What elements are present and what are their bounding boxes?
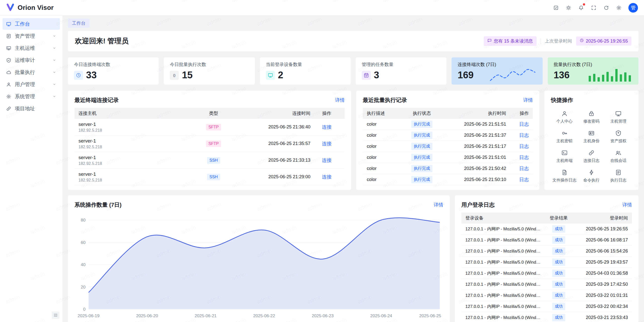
log-link[interactable]: 日志	[519, 155, 529, 160]
log-link[interactable]: 日志	[519, 177, 529, 182]
quick-ops-panel: 快捷操作 个人中心修改密码主机管理主机密钥主机身份资产授权主机终端连接日志在线会…	[544, 91, 638, 190]
log-link[interactable]: 日志	[519, 133, 529, 138]
exec-status-badge: 执行完成	[411, 154, 432, 161]
col-header: 连接主机	[78, 110, 192, 116]
clock-icon	[74, 71, 83, 80]
exec-log-icon	[615, 169, 622, 176]
svg-text:60: 60	[81, 240, 86, 245]
user-avatar[interactable]: 管	[628, 3, 638, 13]
sidebar-item-label: 系统管理	[15, 93, 35, 100]
exec-status-badge: 执行完成	[411, 143, 432, 150]
log-link[interactable]: 日志	[519, 122, 529, 127]
quick-op-1[interactable]: 修改密码	[578, 108, 605, 126]
svg-text:20: 20	[81, 285, 86, 290]
terminal-detail-link[interactable]: 详情	[335, 97, 345, 103]
sidebar-item-3[interactable]: 运维审计	[3, 54, 60, 66]
sidebar-item-5[interactable]: 用户管理	[3, 79, 60, 90]
log-link[interactable]: 日志	[519, 144, 529, 149]
notification-dot	[583, 3, 585, 6]
login-time: 2025-05-29 19:43:57	[575, 260, 628, 265]
quick-op-5[interactable]: 资产授权	[605, 127, 632, 146]
ops-chart-detail-link[interactable]: 详情	[434, 202, 443, 208]
table-row: server-1182.92.5.218SFTP2025-06-25 21:36…	[74, 119, 345, 135]
sidebar-item-label: 主机运维	[15, 45, 35, 52]
terminal-table-header: 连接主机类型连接时间操作	[74, 108, 345, 119]
table-row: server-1182.92.5.218SSH2025-06-25 21:33:…	[74, 152, 345, 169]
exec-status-badge: 执行完成	[411, 121, 432, 128]
quick-op-9[interactable]: 文件操作日志	[551, 167, 578, 185]
bell-icon[interactable]	[577, 3, 586, 12]
stat-value: 2	[278, 70, 283, 81]
key-icon	[561, 130, 568, 136]
terminal-records-panel: 最近终端连接记录 详情 连接主机类型连接时间操作server-1182.92.5…	[68, 91, 351, 190]
unread-messages-badge[interactable]: 您有 15 条未读消息	[484, 36, 537, 46]
gear-icon[interactable]	[614, 3, 623, 12]
sidebar-item-7[interactable]: 项目地址	[3, 103, 60, 114]
quick-ops-grid: 个人中心修改密码主机管理主机密钥主机身份资产授权主机终端连接日志在线会话文件操作…	[551, 108, 632, 185]
log-link[interactable]: 日志	[519, 166, 529, 171]
brand[interactable]: Orion Visor	[6, 3, 54, 13]
col-header: 类型	[195, 110, 232, 116]
login-device: 127.0.0.1 - 内网IP - Mozilla/5.0 (Windows …	[465, 226, 542, 232]
login-log-detail-link[interactable]: 详情	[622, 202, 632, 208]
breadcrumb-current: 工作台	[72, 20, 86, 26]
table-row: color执行完成2025-06-25 21:50:42日志	[363, 163, 533, 174]
identity-icon	[588, 130, 595, 136]
sidebar-item-1[interactable]: 资产管理	[3, 30, 60, 42]
quick-op-0[interactable]: 个人中心	[551, 108, 578, 126]
last-login-time-text: 2025-06-25 19:26:55	[586, 39, 628, 44]
sidebar-item-4[interactable]: 批量执行	[3, 66, 60, 78]
sidebar-item-6[interactable]: 系统管理	[3, 91, 60, 102]
connect-link[interactable]: 连接	[322, 158, 332, 163]
quick-op-8[interactable]: 在线会话	[605, 147, 632, 166]
divider	[541, 38, 541, 44]
stat-card-exec-7d: 批量执行次数 (7日)136	[548, 57, 638, 85]
check-square-icon[interactable]	[551, 3, 560, 12]
connect-sparkline-chart	[489, 67, 537, 83]
sun-icon[interactable]	[564, 3, 573, 12]
host-ip: 182.92.5.218	[78, 161, 192, 166]
asset-icon	[6, 33, 11, 39]
bottom-row: 系统操作数量 (7日) 详情 0204060802025-06-192025-0…	[68, 195, 638, 322]
table-row: color执行完成2025-06-25 21:51:17日志	[363, 141, 533, 152]
quick-ops-title: 快捷操作	[551, 96, 573, 104]
file-log-icon	[561, 169, 568, 176]
quick-op-11[interactable]: 执行日志	[605, 167, 632, 185]
sidebar-collapse-button[interactable]	[52, 311, 59, 319]
quick-op-6[interactable]: 主机终端	[551, 147, 578, 166]
clock-icon	[580, 38, 584, 44]
stat-value: 33	[86, 70, 97, 81]
sidebar-item-0[interactable]: 工作台	[3, 18, 60, 30]
batch-records-panel: 最近批量执行记录 详情 执行描述执行状态执行时间操作color执行完成2025-…	[356, 91, 539, 190]
quick-op-10[interactable]: 命令执行	[578, 167, 605, 185]
app-title: Orion Visor	[18, 4, 54, 12]
table-row: server-1182.92.5.218SSH2025-06-25 21:29:…	[74, 169, 345, 185]
topbar: Orion Visor 管	[0, 0, 644, 16]
login-result-badge: 成功	[552, 281, 565, 288]
svg-text:2025-06-23: 2025-06-23	[312, 313, 334, 318]
stat-label: 连接终端次数 (7日)	[458, 61, 536, 67]
quick-op-2[interactable]: 主机管理	[605, 108, 632, 126]
connect-link[interactable]: 连接	[322, 124, 332, 130]
quick-op-4[interactable]: 主机身份	[578, 127, 605, 146]
batch-detail-link[interactable]: 详情	[523, 97, 533, 103]
exec-desc: color	[367, 177, 398, 182]
svg-text:2025-06-19: 2025-06-19	[78, 313, 100, 318]
quick-op-label: 主机身份	[583, 138, 599, 144]
svg-text:2025-06-20: 2025-06-20	[136, 313, 158, 318]
sidebar-item-2[interactable]: 主机运维	[3, 42, 60, 54]
exec-time: 2025-06-25 21:51:17	[446, 144, 506, 149]
connect-time: 2025-06-25 21:29:00	[235, 174, 310, 180]
refresh-icon[interactable]	[602, 3, 611, 12]
quick-op-3[interactable]: 主机密钥	[551, 127, 578, 146]
col-header: 登录设备	[465, 215, 542, 221]
connect-link[interactable]: 连接	[322, 174, 332, 180]
fullscreen-icon[interactable]	[589, 3, 598, 12]
login-result-badge: 成功	[552, 292, 565, 299]
braces-icon: {}	[170, 71, 179, 80]
quick-op-7[interactable]: 连接日志	[578, 147, 605, 166]
breadcrumb[interactable]: 工作台	[68, 19, 90, 28]
connect-link[interactable]: 连接	[322, 141, 332, 146]
stat-card-1: 今日批量执行次数{}15	[164, 57, 255, 85]
svg-text:2025-06-24: 2025-06-24	[370, 313, 392, 318]
